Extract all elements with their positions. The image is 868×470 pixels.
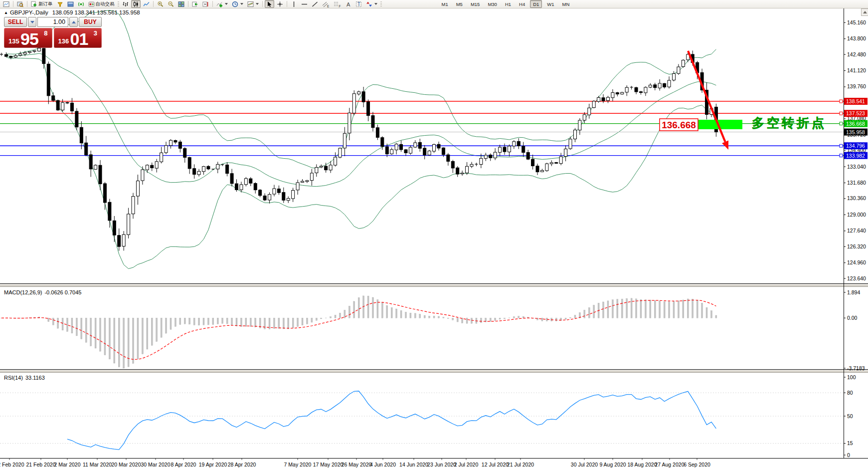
candle-up	[470, 164, 473, 166]
volume-down-button[interactable]	[28, 17, 36, 27]
candlestick-chart-icon[interactable]	[131, 0, 141, 8]
buy-button[interactable]: BUY	[79, 17, 102, 27]
candle-up	[414, 143, 417, 147]
line-anchor-marker[interactable]	[840, 154, 843, 157]
bollinger-upper-band	[6, 10, 716, 169]
dropdown-caret-icon	[225, 3, 228, 5]
date-tick-label: 18 Aug 2020	[628, 462, 657, 468]
dropdown-caret-icon	[256, 3, 259, 5]
chart-shift-icon[interactable]	[201, 0, 210, 8]
signals-icon[interactable]	[76, 0, 86, 8]
timeframe-m5[interactable]: M5	[453, 0, 466, 8]
timeframe-h4[interactable]: H4	[516, 0, 528, 8]
macd-histogram-bar	[626, 298, 628, 318]
timeframe-d1[interactable]: D1	[530, 0, 542, 8]
volume-up-button[interactable]	[69, 17, 78, 27]
buy-price-button[interactable]: 136 01 3	[54, 28, 102, 48]
sell-button[interactable]: SELL	[4, 17, 27, 27]
text-label-icon[interactable]: T	[354, 0, 363, 8]
candle-up	[273, 189, 276, 194]
scroll-up-button[interactable]	[861, 8, 868, 16]
macd-histogram-bar	[593, 305, 595, 318]
new-order-icon	[31, 1, 37, 7]
candle-up	[301, 181, 304, 182]
timeframe-h1[interactable]: H1	[502, 0, 514, 8]
new-order-button[interactable]: 新订单	[29, 0, 54, 8]
text-icon[interactable]: A	[344, 0, 353, 8]
auto-scroll-icon[interactable]	[190, 0, 200, 8]
candle-down	[362, 92, 365, 102]
line-anchor-marker[interactable]	[840, 100, 843, 103]
candle-up	[540, 171, 543, 172]
crosshair-icon[interactable]	[275, 0, 285, 8]
volume-input[interactable]: 1.00	[37, 17, 68, 27]
date-tick-label: 2 Jul 2020	[454, 462, 479, 468]
new-chart-button[interactable]	[1, 0, 11, 8]
sell-price-button[interactable]: 135 95 8	[4, 28, 52, 48]
price-tick-label: 143.800	[847, 35, 866, 41]
history-center-icon[interactable]	[55, 0, 65, 8]
arrows-icon[interactable]	[364, 0, 379, 8]
tile-windows-icon[interactable]	[176, 0, 186, 8]
candle-down	[85, 143, 88, 155]
timeframe-m1[interactable]: M1	[439, 0, 451, 8]
candle-down	[80, 127, 83, 143]
candle-down	[42, 48, 45, 64]
terminal-icon[interactable]	[66, 0, 75, 8]
chart-area[interactable]: 136.668多空转折点145.160143.800142.480141.120…	[0, 0, 868, 470]
time-axis[interactable]: 12 Feb 202021 Feb 20202 Mar 202011 Mar 2…	[0, 459, 710, 468]
fibonacci-icon[interactable]: F	[332, 0, 343, 8]
macd-histogram-bar	[692, 299, 694, 318]
indicators-icon[interactable]	[215, 0, 229, 8]
periods-icon[interactable]	[230, 0, 245, 8]
candle-up	[494, 152, 497, 158]
price-highlight-text: 133.982	[846, 153, 865, 159]
macd-histogram-bar	[419, 314, 421, 318]
macd-histogram-bar	[452, 318, 454, 320]
channel-icon[interactable]: E	[321, 0, 331, 8]
macd-histogram-bar	[391, 307, 392, 318]
candle-down	[423, 148, 426, 155]
date-tick-label: 21 Jul 2020	[507, 462, 534, 468]
macd-histogram-bar	[495, 318, 496, 320]
line-anchor-marker[interactable]	[840, 122, 843, 125]
candle-up	[461, 173, 464, 174]
ohlc-values: 138.059 138.341 135.561 135.958	[52, 9, 140, 15]
candle-up	[428, 151, 431, 155]
zoom-out-icon[interactable]	[166, 0, 175, 8]
price-tick-label: 123.640	[847, 275, 866, 281]
macd-histogram-bar	[541, 318, 543, 321]
macd-histogram-bar	[137, 318, 139, 359]
candle-down	[503, 147, 506, 152]
collapse-marker-icon[interactable]: ▲	[4, 10, 8, 15]
timeframe-mn[interactable]: MN	[559, 0, 573, 8]
line-chart-icon[interactable]	[142, 0, 151, 8]
bar-chart-icon[interactable]	[121, 0, 130, 8]
line-anchor-marker[interactable]	[840, 144, 843, 147]
autotrading-button[interactable]: 自动交易	[87, 0, 116, 8]
templates-icon[interactable]	[246, 0, 260, 8]
macd-histogram-bar	[659, 301, 661, 318]
profiles-icon[interactable]	[15, 0, 25, 8]
macd-histogram-bar	[245, 318, 247, 326]
bollinger-middle-band	[6, 53, 716, 186]
timeframe-w1[interactable]: W1	[544, 0, 557, 8]
trendline-icon[interactable]	[310, 0, 320, 8]
macd-histogram-bar	[715, 315, 717, 318]
candle-down	[418, 142, 421, 148]
autotrading-label: 自动交易	[96, 1, 115, 7]
cursor-icon[interactable]	[265, 0, 274, 8]
candle-up	[550, 163, 553, 164]
macd-histogram-bar	[321, 318, 322, 319]
candle-down	[639, 92, 642, 93]
candle-up	[569, 139, 572, 149]
price-axis[interactable]: 145.160143.800142.480141.120139.760138.4…	[844, 19, 868, 458]
vertical-line-icon[interactable]	[289, 0, 299, 8]
horizontal-line-icon[interactable]	[300, 0, 309, 8]
zoom-in-icon[interactable]	[156, 0, 165, 8]
timeframe-m30[interactable]: M30	[485, 0, 500, 8]
candle-up	[306, 181, 309, 182]
line-anchor-marker[interactable]	[840, 112, 843, 115]
macd-histogram-bar	[612, 300, 613, 318]
timeframe-m15[interactable]: M15	[468, 0, 483, 8]
